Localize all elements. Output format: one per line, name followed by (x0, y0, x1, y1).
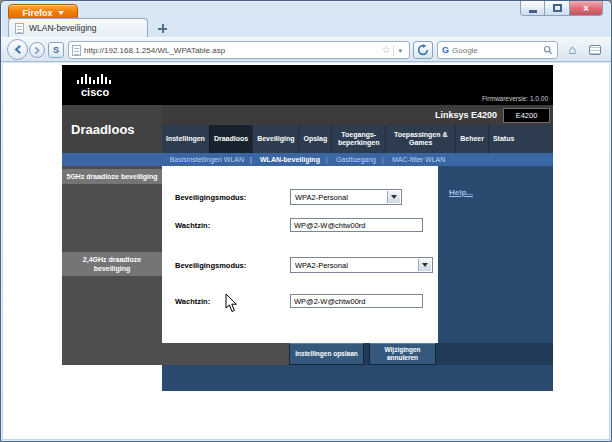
firmware-version: Firmwareversie: 1.0.00 (482, 95, 548, 102)
maximize-button[interactable] (545, 1, 570, 16)
footer-bar (62, 365, 553, 391)
security-mode-label-5ghz: Beveiligingsmodus: (175, 193, 246, 202)
back-button[interactable] (7, 39, 28, 60)
help-column: Help... (438, 166, 553, 343)
footer-blue-bar (162, 365, 553, 391)
bookmarks-list-icon (589, 45, 601, 55)
section-sidebar: 5GHz draadloze beveiliging 2,4GHz draadl… (62, 166, 162, 343)
plus-icon (158, 24, 167, 33)
model-name: Linksys E4200 (435, 110, 497, 120)
form-area: Beveiligingsmodus: WPA2-Personal Wachtzi… (162, 166, 438, 343)
forward-button[interactable] (29, 42, 45, 58)
security-mode-select-24ghz[interactable]: WPA2-Personal (290, 257, 433, 273)
maximize-icon (553, 4, 562, 12)
minimize-icon (529, 10, 537, 13)
search-input[interactable] (452, 46, 540, 55)
extension-icon: S (53, 45, 59, 55)
action-row: Instellingen opslaan Wijzigingen annuler… (62, 343, 553, 365)
reload-button[interactable] (413, 41, 433, 59)
firefox-menu-label: Firefox (22, 8, 52, 18)
page-title: Draadloos (62, 105, 162, 153)
nav-toolbar: S ☆ ▾ G ⌂ (1, 37, 611, 62)
menu-item-beheer[interactable]: Beheer (455, 125, 488, 153)
sidebar-footer (62, 343, 289, 365)
tab-wlan-beveiliging[interactable]: WLAN-beveiliging (8, 18, 148, 37)
back-arrow-icon (12, 44, 23, 55)
home-button[interactable]: ⌂ (562, 39, 583, 60)
forward-arrow-icon (33, 46, 42, 55)
menu-item-instellingen[interactable]: Instellingen (162, 125, 209, 153)
passphrase-input-24ghz[interactable] (290, 294, 423, 308)
save-settings-button[interactable]: Instellingen opslaan (289, 343, 364, 365)
chevron-down-icon (58, 11, 64, 15)
menu-item-status[interactable]: Status (488, 125, 518, 153)
minimize-button[interactable] (520, 1, 545, 16)
passphrase-label-24ghz: Wachtzin: (175, 297, 210, 306)
extension-button[interactable]: S (48, 42, 64, 58)
passphrase-input-5ghz[interactable] (290, 218, 423, 232)
reload-icon (417, 44, 429, 56)
google-engine-icon: G (442, 45, 449, 55)
model-badge: E4200 (503, 108, 550, 123)
menu-item-toepassingen-games[interactable]: Toepassingen & Games (385, 125, 455, 153)
cancel-changes-button[interactable]: Wijzigingen annuleren (369, 343, 436, 365)
search-icon[interactable] (543, 45, 553, 55)
sub-menu: Basisinstellingen WLAN WLAN-beveiliging … (62, 153, 553, 166)
security-mode-value-24ghz: WPA2-Personal (295, 261, 348, 270)
mouse-cursor (225, 293, 238, 313)
svg-text:cisco: cisco (81, 86, 109, 98)
url-input[interactable] (81, 46, 379, 55)
url-history-dropdown-icon[interactable]: ▾ (394, 47, 406, 54)
page-content: cisco Firmwareversie: 1.0.00 Linksys E42… (3, 63, 609, 439)
help-link[interactable]: Help... (449, 188, 473, 197)
security-mode-label-24ghz: Beveiligingsmodus: (175, 261, 246, 270)
site-favicon-icon (72, 45, 81, 56)
close-button[interactable]: × (570, 1, 603, 16)
passphrase-label-5ghz: Wachtzin: (175, 221, 210, 230)
security-mode-value-5ghz: WPA2-Personal (295, 193, 348, 202)
footer-left-spacer (62, 365, 162, 391)
bookmarks-button[interactable] (584, 39, 605, 60)
browser-window: Firefox × WLAN-beveiliging S ☆ (0, 0, 612, 442)
security-mode-select-5ghz[interactable]: WPA2-Personal (290, 189, 402, 205)
menu-item-draadloos[interactable]: Draadloos (209, 125, 252, 153)
menu-item-beveiliging[interactable]: Beveiliging (252, 125, 298, 153)
home-icon: ⌂ (569, 42, 577, 57)
submenu-mac-filter-wlan[interactable]: MAC-filter WLAN (384, 156, 453, 163)
page-favicon-icon (15, 23, 24, 34)
titlebar: Firefox × WLAN-beveiliging (1, 1, 611, 37)
new-tab-button[interactable] (153, 22, 172, 35)
submenu-wlan-beveiliging[interactable]: WLAN-beveiliging (252, 156, 328, 163)
url-bar[interactable]: ☆ ▾ (68, 41, 410, 59)
close-icon: × (583, 3, 589, 14)
bookmark-star-icon[interactable]: ☆ (379, 45, 394, 55)
window-controls: × (520, 1, 603, 16)
action-buttons: Instellingen opslaan Wijzigingen annuler… (289, 343, 553, 365)
submenu-basisinstellingen-wlan[interactable]: Basisinstellingen WLAN (162, 156, 252, 163)
section-title-5ghz: 5GHz draadloze beveiliging (62, 169, 162, 184)
cisco-logo: cisco (75, 72, 119, 99)
menu-item-toegangsbeperkingen[interactable]: Toegangs-beperkingen (331, 125, 385, 153)
search-bar[interactable]: G (437, 41, 558, 59)
router-admin-ui: cisco Firmwareversie: 1.0.00 Linksys E42… (62, 65, 553, 391)
section-title-24ghz: 2,4GHz draadloze beveiliging (62, 252, 162, 276)
content-body: 5GHz draadloze beveiliging 2,4GHz draadl… (62, 166, 553, 343)
chevron-down-icon (418, 259, 431, 271)
router-header: cisco Firmwareversie: 1.0.00 (62, 65, 553, 105)
menu-item-opslag[interactable]: Opslag (298, 125, 331, 153)
chevron-down-icon (387, 191, 400, 203)
tab-title: WLAN-beveiliging (29, 23, 97, 33)
submenu-gasttoegang[interactable]: Gasttoegang (328, 156, 384, 163)
